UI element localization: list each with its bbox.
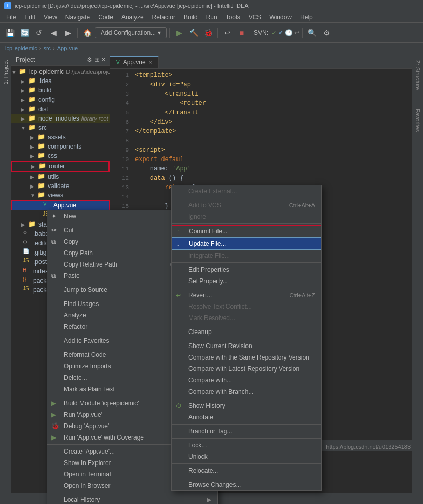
menu-item-view[interactable]: View xyxy=(39,12,61,22)
toolbar-back-btn[interactable]: ◀ xyxy=(47,26,60,39)
sub-revert[interactable]: ↩ Revert... Ctrl+Alt+Z xyxy=(172,289,321,301)
tree-item-assets[interactable]: ▶ 📁 assets xyxy=(11,132,110,142)
toolbar-rerun-btn[interactable]: ↩ xyxy=(221,26,234,39)
menu-item-build[interactable]: Build xyxy=(180,12,202,22)
toolbar-debug-btn[interactable]: 🐞 xyxy=(201,26,215,39)
tree-arrow-config: ▶ xyxy=(21,97,28,103)
folder-icon-router: 📁 xyxy=(38,162,47,170)
tree-label-build: build xyxy=(38,87,51,94)
svn-tick-icon[interactable]: ✔ xyxy=(278,29,283,36)
tree-root-item[interactable]: ▼ 📁 icp-epidemic D:\java\idea\project\ic… xyxy=(11,67,110,76)
toolbar-stop-btn[interactable]: ■ xyxy=(235,26,249,39)
tree-item-utils[interactable]: ▶ 📁 utils xyxy=(11,172,110,181)
project-panel-header: Project ⚙ ⊞ × xyxy=(11,54,110,66)
toolbar-home-btn[interactable]: 🏠 xyxy=(80,26,94,39)
sub-integrate-file[interactable]: Integrate File... xyxy=(172,250,321,261)
tree-item-src[interactable]: ▼ 📁 src xyxy=(11,123,110,132)
code-text-9: <script> xyxy=(135,147,165,154)
right-tab-structure[interactable]: Z: Structure xyxy=(413,56,423,94)
tree-item-validate[interactable]: ▶ 📁 validate xyxy=(11,181,110,191)
js-icon-package-lock: JS xyxy=(23,286,31,294)
menu-item-help[interactable]: Help xyxy=(296,12,317,22)
svn-clock-icon[interactable]: 🕐 xyxy=(285,29,293,36)
sub-compare-branch[interactable]: Compare with Branch... xyxy=(172,386,321,397)
menu-item-file[interactable]: File xyxy=(2,12,20,22)
menu-item-run[interactable]: Run xyxy=(202,12,222,22)
project-header-close-icon[interactable]: × xyxy=(102,56,105,63)
tree-item-components[interactable]: ▶ 📁 components xyxy=(11,142,110,151)
tree-item-router[interactable]: ▶ 📁 router xyxy=(11,161,110,172)
editor-tab-app-vue[interactable]: V App.vue × xyxy=(110,56,159,68)
postcssrc-icon: JS xyxy=(23,258,31,266)
menu-item-edit[interactable]: Edit xyxy=(20,12,39,22)
sub-show-revision[interactable]: Show Current Revision xyxy=(172,340,321,352)
menu-item-vcs[interactable]: VCS xyxy=(244,12,266,22)
sub-edit-props[interactable]: Edit Properties xyxy=(172,264,321,275)
menu-item-analyze[interactable]: Analyze xyxy=(117,12,148,22)
tree-item-dist[interactable]: ▶ 📁 dist xyxy=(11,104,110,114)
toolbar-build-btn[interactable]: 🔨 xyxy=(187,26,200,39)
menu-item-code[interactable]: Code xyxy=(94,12,117,22)
line-num-10: 10 xyxy=(112,156,129,163)
breadcrumb-file[interactable]: App.vue xyxy=(57,45,78,51)
sub-compare-with[interactable]: Compare with... xyxy=(172,375,321,386)
sub-browse-changes[interactable]: Browse Changes... xyxy=(172,479,321,490)
tree-item-idea[interactable]: ▶ 📁 .idea xyxy=(11,76,110,86)
sub-add-vcs-shortcut: Ctrl+Alt+A xyxy=(289,202,315,208)
ctx-new-icon: ✦ xyxy=(51,213,61,220)
sub-resolve-conflict[interactable]: Resolve Text Conflict... xyxy=(172,301,321,312)
sub-branch-tag[interactable]: Branch or Tag... xyxy=(172,426,321,437)
code-line-10: 10 export defaul xyxy=(110,155,412,164)
tree-item-app-vue[interactable]: V App.vue xyxy=(11,200,110,210)
sub-show-history[interactable]: ⏱ Show History xyxy=(172,400,321,412)
toolbar-run-btn[interactable]: ▶ xyxy=(172,26,186,39)
svn-undo-icon[interactable]: ↩ xyxy=(294,29,299,36)
sub-update-file[interactable]: ↓ Update File... xyxy=(172,237,321,250)
menu-item-window[interactable]: Window xyxy=(265,12,296,22)
menu-item-navigate[interactable]: Navigate xyxy=(61,12,94,22)
sub-create-external[interactable]: Create External... xyxy=(172,185,321,197)
toolbar-forward-btn[interactable]: ▶ xyxy=(61,26,75,39)
sub-set-property[interactable]: Set Property... xyxy=(172,275,321,287)
editor-tab-close-icon[interactable]: × xyxy=(149,60,152,65)
watermark: https://blog.csdn.net/u013254183 xyxy=(326,444,411,450)
menu-item-refactor[interactable]: Refactor xyxy=(148,12,180,22)
tree-item-views[interactable]: ▼ 📁 views xyxy=(11,191,110,200)
project-header-layout-icon[interactable]: ⊞ xyxy=(94,56,100,63)
sub-compare-latest[interactable]: Compare with Latest Repository Version xyxy=(172,363,321,375)
breadcrumb-src[interactable]: src xyxy=(43,45,51,51)
toolbar-search-btn[interactable]: 🔍 xyxy=(305,26,319,39)
sub-compare-same[interactable]: Compare with the Same Repository Version xyxy=(172,352,321,363)
folder-icon-views: 📁 xyxy=(37,191,46,200)
sidebar-tab-project[interactable]: 1: Project xyxy=(1,56,11,88)
tree-item-css[interactable]: ▶ 📁 css xyxy=(11,151,110,161)
ctx-sep-8 xyxy=(47,493,217,493)
project-header-gear-icon[interactable]: ⚙ xyxy=(87,56,92,63)
add-configuration-button[interactable]: Add Configuration... ▾ xyxy=(95,27,167,38)
sub-commit-file[interactable]: ↑ Commit File... xyxy=(172,225,321,237)
toolbar-settings-btn[interactable]: ⚙ xyxy=(320,26,333,39)
toolbar-save-btn[interactable]: 💾 xyxy=(3,26,17,39)
dropdown-arrow-icon: ▾ xyxy=(158,29,161,36)
tree-item-node-modules[interactable]: ▶ 📁 node_modules library root xyxy=(11,114,110,123)
sub-add-vcs[interactable]: Add to VCS Ctrl+Alt+A xyxy=(172,200,321,211)
toolbar-refresh-btn[interactable]: ↺ xyxy=(32,26,46,39)
sub-lock[interactable]: Lock... xyxy=(172,440,321,451)
tree-item-config[interactable]: ▶ 📁 config xyxy=(11,95,110,104)
right-tab-favorites[interactable]: Favorites xyxy=(413,104,423,136)
menu-item-tools[interactable]: Tools xyxy=(222,12,244,22)
sub-relocate[interactable]: Relocate... xyxy=(172,465,321,476)
babelrc-icon: ⚙ xyxy=(23,230,31,238)
sub-unlock[interactable]: Unlock xyxy=(172,451,321,462)
tree-label-assets: assets xyxy=(48,134,66,141)
sub-cleanup[interactable]: Cleanup xyxy=(172,326,321,338)
breadcrumb-project[interactable]: icp-epidemic xyxy=(5,45,37,51)
sub-annotate[interactable]: Annotate xyxy=(172,412,321,423)
sub-ignore[interactable]: Ignore xyxy=(172,211,321,222)
svn-check-icon[interactable]: ✓ xyxy=(271,29,277,36)
tree-item-build[interactable]: ▶ 📁 build xyxy=(11,86,110,95)
sub-mark-resolved[interactable]: Mark Resolved... xyxy=(172,312,321,324)
folder-icon-utils: 📁 xyxy=(37,173,46,181)
ctx-local-history[interactable]: Local History ▶ xyxy=(47,494,217,504)
toolbar-sync-btn[interactable]: 🔄 xyxy=(18,26,31,39)
